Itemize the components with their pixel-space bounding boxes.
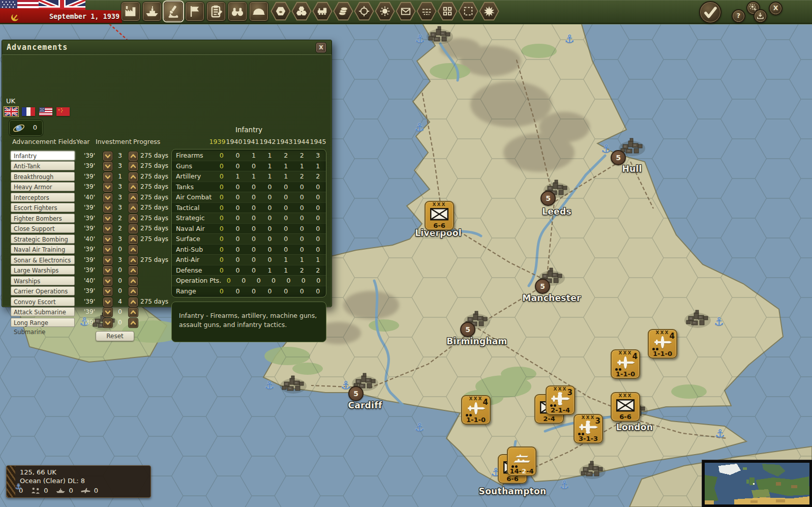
stat-value: 0	[262, 214, 278, 222]
field-name-button[interactable]: Large Warships	[11, 265, 75, 275]
field-name-button[interactable]: Long Range Submarine	[11, 318, 75, 327]
city-sprite[interactable]	[424, 24, 456, 47]
decrease-investment-button[interactable]	[103, 224, 113, 234]
decrease-investment-button[interactable]	[103, 276, 113, 286]
decrease-investment-button[interactable]	[103, 265, 113, 276]
close-window-button[interactable]: X	[769, 2, 783, 15]
decrease-investment-button[interactable]	[103, 245, 113, 255]
save-button[interactable]	[754, 9, 767, 23]
decrease-investment-button[interactable]	[103, 255, 113, 265]
minimap[interactable]	[702, 460, 812, 507]
increase-investment-button[interactable]	[128, 286, 138, 296]
field-year: '40'	[79, 277, 100, 284]
research-button[interactable]	[164, 2, 183, 21]
field-name-button[interactable]: Anti-Tank	[11, 161, 75, 170]
combat-results-button[interactable]	[479, 2, 499, 21]
field-name-button[interactable]: Fighter Bombers	[11, 214, 75, 223]
decrease-investment-button[interactable]	[103, 193, 113, 203]
decrease-investment-button[interactable]	[103, 318, 113, 328]
reset-button[interactable]: Reset	[96, 331, 134, 341]
field-name-button[interactable]: Heavy Armor	[11, 182, 75, 191]
rail-movement-button[interactable]	[312, 2, 333, 21]
increase-investment-button[interactable]	[128, 224, 138, 234]
diplomacy-button[interactable]	[185, 2, 204, 21]
field-name-button[interactable]: Convoy Escort	[11, 297, 75, 306]
weather-button[interactable]	[375, 2, 395, 21]
increase-investment-button[interactable]	[128, 245, 138, 255]
unit-counter-bomber[interactable]: XXX32-1-4	[546, 385, 575, 415]
unit-overlay-button[interactable]	[437, 2, 458, 21]
stat-value: 0	[221, 277, 236, 284]
naval-button[interactable]	[142, 2, 162, 21]
hammer-sickle-icon	[10, 13, 19, 22]
decrease-investment-button[interactable]	[103, 234, 113, 245]
research-points-button[interactable]: 0	[9, 120, 43, 136]
decrease-investment-button[interactable]	[103, 214, 113, 224]
city-sprite[interactable]	[277, 374, 310, 396]
field-name-button[interactable]: Breakthrough	[11, 172, 75, 181]
field-name-button[interactable]: Infantry	[11, 151, 75, 160]
unit-counter-fighter[interactable]: XXX41-1-0	[461, 395, 491, 425]
increase-investment-button[interactable]	[128, 161, 138, 171]
usa-flag-tab[interactable]	[39, 107, 52, 116]
decrease-investment-button[interactable]	[103, 286, 113, 296]
decrease-investment-button[interactable]	[103, 161, 113, 171]
decrease-investment-button[interactable]	[103, 151, 113, 161]
messages-button[interactable]	[396, 2, 416, 21]
decrease-investment-button[interactable]	[103, 307, 113, 317]
increase-investment-button[interactable]	[128, 214, 138, 224]
hex-info-button[interactable]	[291, 2, 312, 21]
strategic-targets-button[interactable]	[354, 2, 374, 21]
field-name-button[interactable]: Warships	[11, 276, 75, 285]
field-name-button[interactable]: Sonar & Electronics	[11, 255, 75, 264]
unit-counter-infantry[interactable]: XXX6-6	[611, 392, 640, 422]
decrease-investment-button[interactable]	[103, 297, 113, 307]
unit-counter-fighter[interactable]: XXX41-1-0	[611, 349, 640, 379]
decrease-investment-button[interactable]	[103, 182, 113, 192]
terrain-button[interactable]	[270, 2, 291, 21]
increase-investment-button[interactable]	[128, 297, 138, 307]
production-button[interactable]	[121, 2, 140, 21]
unit-counter-fighter[interactable]: XXX41-1-0	[648, 329, 677, 359]
field-name-button[interactable]: Strategic Bombing	[11, 234, 75, 244]
reports-button[interactable]	[206, 2, 226, 21]
uk-flag-tab[interactable]	[5, 107, 18, 116]
increase-investment-button[interactable]	[128, 151, 138, 161]
increase-investment-button[interactable]	[128, 255, 138, 265]
field-name-button[interactable]: Interceptors	[11, 193, 75, 202]
intelligence-button[interactable]	[228, 2, 247, 21]
end-turn-button[interactable]	[699, 1, 721, 23]
increase-investment-button[interactable]	[128, 203, 138, 213]
field-name-button[interactable]: Carrier Operations	[11, 286, 75, 295]
increase-investment-button[interactable]	[128, 265, 138, 276]
unit-counter-bomber[interactable]: XXX33-1-3	[574, 414, 603, 443]
increase-investment-button[interactable]	[128, 307, 138, 317]
increase-investment-button[interactable]	[128, 193, 138, 203]
increase-investment-button[interactable]	[128, 276, 138, 286]
field-name-button[interactable]: Naval Air Training	[11, 245, 75, 254]
help-button[interactable]: ?	[732, 9, 745, 23]
field-name-button[interactable]: Attack Submarine	[11, 307, 75, 316]
increase-investment-button[interactable]	[128, 172, 138, 182]
increase-investment-button[interactable]	[128, 318, 138, 328]
panel-title-bar[interactable]: Advancements X	[2, 40, 332, 55]
supply-button[interactable]	[416, 2, 437, 21]
stat-value: 0	[246, 225, 262, 232]
decrease-investment-button[interactable]	[103, 203, 113, 213]
city-sprite[interactable]	[576, 459, 609, 482]
city-sprite[interactable]	[681, 308, 714, 331]
field-name-button[interactable]: Escort Fighters	[11, 203, 75, 212]
selection-button[interactable]	[458, 2, 478, 21]
china-flag-tab[interactable]	[56, 107, 70, 116]
increase-investment-button[interactable]	[128, 182, 138, 192]
resources-button[interactable]	[333, 2, 353, 21]
field-name-button[interactable]: Close Support	[11, 224, 75, 233]
france-flag-tab[interactable]	[22, 107, 35, 116]
decrease-investment-button[interactable]	[103, 172, 113, 182]
increase-investment-button[interactable]	[128, 234, 138, 245]
unit-counter-navy[interactable]: 14-2-4	[507, 446, 536, 476]
panel-close-button[interactable]: X	[316, 42, 326, 53]
stat-value: 0	[246, 162, 262, 170]
units-button[interactable]	[249, 2, 268, 21]
unit-counter-infantry[interactable]: XXX6-6	[425, 201, 454, 230]
